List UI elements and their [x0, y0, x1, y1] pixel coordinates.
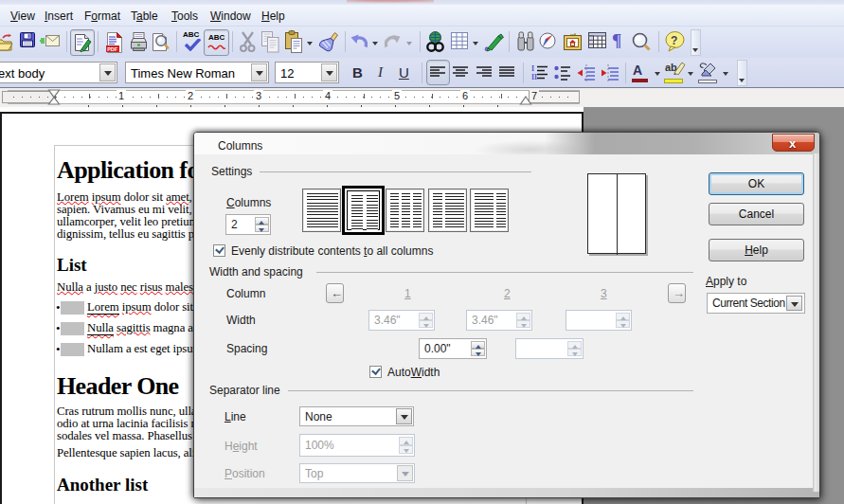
svg-text:?: ?: [671, 34, 677, 47]
svg-text:I: I: [531, 64, 534, 73]
svg-text:II: II: [531, 73, 537, 81]
svg-text:PDF: PDF: [107, 46, 117, 52]
